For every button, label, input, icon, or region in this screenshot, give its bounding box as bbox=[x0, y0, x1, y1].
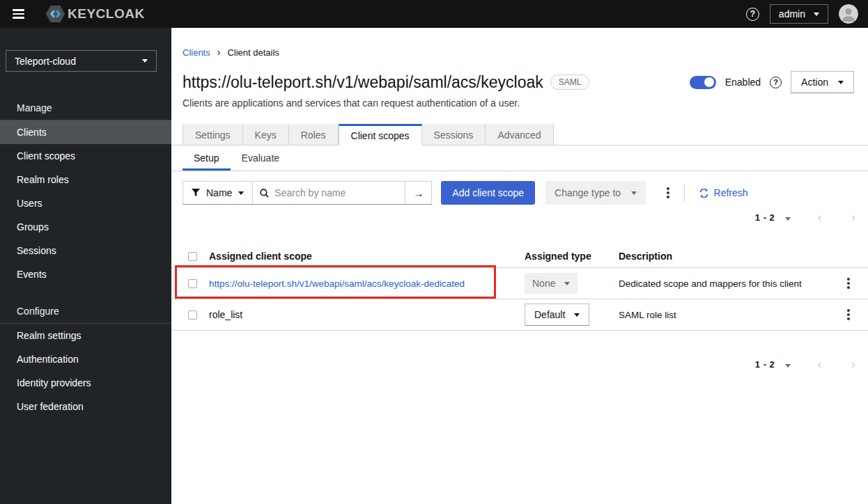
sidebar-item-authentication[interactable]: Authentication bbox=[0, 347, 171, 371]
filter-type-dropdown[interactable]: Name bbox=[183, 182, 253, 204]
sidebar: Teleport-cloud Manage Clients Client sco… bbox=[0, 28, 171, 504]
tab-keys[interactable]: Keys bbox=[243, 124, 289, 145]
row-checkbox[interactable] bbox=[188, 310, 197, 320]
chevron-down-icon bbox=[814, 13, 819, 16]
pagination-per-page-dropdown[interactable] bbox=[785, 212, 791, 223]
chevron-down-icon bbox=[574, 313, 580, 317]
sidebar-item-realm-settings[interactable]: Realm settings bbox=[0, 324, 171, 347]
column-header-assigned-type: Assigned type bbox=[525, 251, 619, 262]
refresh-icon bbox=[699, 189, 708, 198]
client-scope-link[interactable]: https://olu-teleport.sh/v1/webapi/saml/a… bbox=[209, 278, 465, 289]
sidebar-item-users[interactable]: Users bbox=[0, 191, 171, 215]
breadcrumb: Clients › Client details bbox=[183, 46, 857, 58]
pagination-prev-button[interactable]: ‹ bbox=[817, 358, 821, 370]
masthead: KEYCLOAK ? admin bbox=[0, 0, 868, 28]
chevron-down-icon bbox=[631, 191, 637, 195]
breadcrumb-chevron-icon: › bbox=[217, 48, 221, 56]
help-icon[interactable]: ? bbox=[746, 8, 759, 21]
table-row: https://olu-teleport.sh/v1/webapi/saml/a… bbox=[171, 268, 868, 299]
enabled-label: Enabled bbox=[725, 77, 761, 88]
keycloak-logo[interactable]: KEYCLOAK bbox=[45, 5, 145, 23]
column-header-assigned-client-scope: Assigned client scope bbox=[209, 251, 525, 262]
avatar[interactable] bbox=[839, 4, 858, 24]
search-icon bbox=[260, 189, 269, 198]
search-box bbox=[253, 182, 405, 204]
tab-client-scopes[interactable]: Client scopes bbox=[339, 124, 422, 145]
user-menu-label: admin bbox=[779, 8, 805, 19]
breadcrumb-clients-link[interactable]: Clients bbox=[183, 47, 210, 58]
pagination-next-button[interactable]: › bbox=[851, 211, 855, 223]
page-description: Clients are applications and services th… bbox=[183, 97, 857, 110]
help-icon[interactable]: ? bbox=[770, 77, 782, 88]
sidebar-item-identity-providers[interactable]: Identity providers bbox=[0, 371, 171, 395]
row-kebab-menu[interactable] bbox=[843, 306, 854, 323]
page-title: https://olu-teleport.sh/v1/webapi/saml/a… bbox=[183, 73, 543, 92]
chevron-down-icon bbox=[564, 282, 570, 285]
pagination-prev-button[interactable]: ‹ bbox=[817, 211, 821, 223]
assigned-type-value: Default bbox=[534, 309, 565, 320]
sidebar-item-events[interactable]: Events bbox=[0, 262, 171, 286]
sidebar-item-groups[interactable]: Groups bbox=[0, 215, 171, 239]
column-header-description: Description bbox=[619, 251, 829, 262]
title-row: https://olu-teleport.sh/v1/webapi/saml/a… bbox=[183, 71, 854, 93]
sidebar-item-clients[interactable]: Clients bbox=[0, 120, 171, 144]
tab-roles[interactable]: Roles bbox=[289, 124, 339, 145]
action-dropdown-label: Action bbox=[801, 77, 828, 88]
sidebar-item-sessions[interactable]: Sessions bbox=[0, 239, 171, 262]
sidebar-item-realm-roles[interactable]: Realm roles bbox=[0, 168, 171, 191]
search-filter-group: Name → bbox=[183, 181, 432, 205]
protocol-badge: SAML bbox=[550, 74, 590, 90]
subtab-bar: Setup Evaluate bbox=[171, 145, 868, 171]
sidebar-item-client-scopes[interactable]: Client scopes bbox=[0, 144, 171, 168]
action-dropdown[interactable]: Action bbox=[791, 71, 854, 93]
client-scope-name[interactable]: role_list bbox=[209, 309, 242, 320]
pagination-per-page-dropdown[interactable] bbox=[785, 359, 791, 370]
table-header-row: Assigned client scope Assigned type Desc… bbox=[171, 245, 868, 268]
pagination-range: 1 - 2 bbox=[755, 359, 775, 370]
assigned-type-dropdown[interactable]: Default bbox=[525, 304, 589, 326]
row-kebab-menu[interactable] bbox=[843, 275, 854, 292]
assigned-type-dropdown[interactable]: None bbox=[525, 273, 578, 294]
product-name: KEYCLOAK bbox=[68, 6, 145, 22]
sidebar-section-configure: Configure bbox=[0, 306, 171, 324]
subtab-evaluate[interactable]: Evaluate bbox=[231, 145, 290, 171]
toolbar-kebab-menu[interactable] bbox=[662, 184, 674, 201]
main-content: Clients › Client details https://olu-tel… bbox=[171, 28, 868, 504]
assigned-type-value: None bbox=[532, 278, 555, 289]
scope-description: SAML role list bbox=[619, 310, 829, 320]
change-type-label: Change type to bbox=[555, 187, 621, 198]
toolbar: Name → Add client scope Change type to bbox=[183, 181, 857, 205]
filter-type-label: Name bbox=[206, 187, 232, 198]
enabled-toggle[interactable] bbox=[690, 76, 716, 89]
chevron-down-icon bbox=[838, 81, 844, 84]
chevron-down-icon bbox=[238, 191, 244, 195]
tab-sessions[interactable]: Sessions bbox=[422, 124, 486, 145]
pagination-top: 1 - 2 ‹ › bbox=[171, 207, 868, 227]
title-controls: Enabled ? Action bbox=[690, 71, 854, 93]
chevron-down-icon bbox=[142, 59, 148, 63]
search-input[interactable] bbox=[274, 187, 393, 198]
refresh-button[interactable]: Refresh bbox=[699, 187, 748, 198]
subtab-setup[interactable]: Setup bbox=[183, 145, 231, 171]
tab-settings[interactable]: Settings bbox=[183, 124, 243, 145]
row-checkbox[interactable] bbox=[188, 279, 197, 288]
client-scopes-table: Assigned client scope Assigned type Desc… bbox=[171, 245, 868, 331]
scope-description: Dedicated scope and mappers for this cli… bbox=[619, 278, 829, 289]
change-type-dropdown[interactable]: Change type to bbox=[545, 181, 646, 205]
pagination-next-button[interactable]: › bbox=[851, 358, 855, 370]
masthead-right: ? admin bbox=[746, 4, 858, 24]
refresh-label: Refresh bbox=[714, 187, 748, 198]
tab-advanced[interactable]: Advanced bbox=[486, 124, 553, 145]
toolbar-divider bbox=[684, 184, 685, 201]
realm-selector[interactable]: Teleport-cloud bbox=[6, 50, 157, 72]
keycloak-admin-console: KEYCLOAK ? admin Teleport-cloud Manage C… bbox=[0, 0, 868, 504]
user-menu[interactable]: admin bbox=[770, 4, 828, 24]
search-submit-button[interactable]: → bbox=[405, 182, 431, 204]
sidebar-item-user-federation[interactable]: User federation bbox=[0, 395, 171, 418]
select-all-checkbox[interactable] bbox=[188, 252, 197, 261]
hamburger-menu-icon[interactable] bbox=[13, 9, 24, 19]
tab-bar: Settings Keys Roles Client scopes Sessio… bbox=[171, 124, 868, 145]
table-row: role_list Default SAML role list bbox=[171, 299, 868, 331]
add-client-scope-button[interactable]: Add client scope bbox=[441, 181, 535, 205]
breadcrumb-current: Client details bbox=[227, 47, 279, 58]
